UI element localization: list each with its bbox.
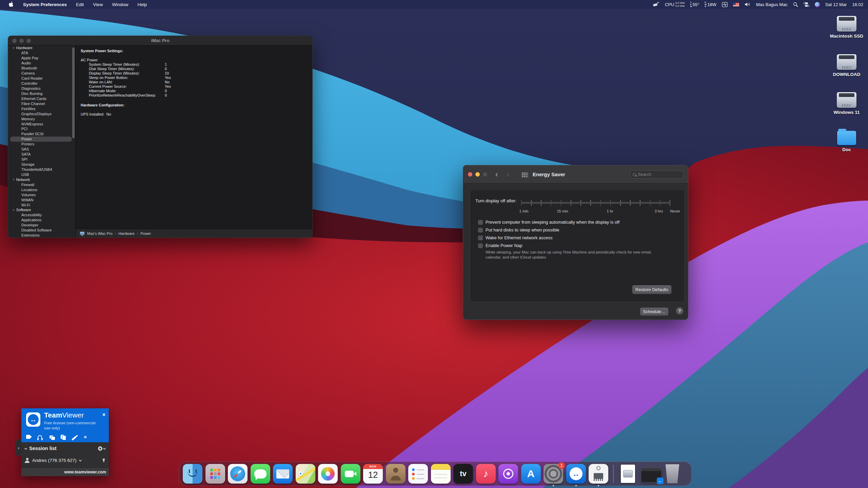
power-status[interactable]: PWR 18W: [705, 1, 716, 7]
sidebar-item-power-selected[interactable]: Power: [8, 137, 75, 142]
checkbox-hard-disk-sleep[interactable]: Put hard disks to sleep when possible: [478, 227, 559, 232]
breadcrumb-computer[interactable]: Mas's iMac Pro: [87, 231, 113, 236]
sidebar-item-thunderbolt-usb4[interactable]: Thunderbolt/USB4: [8, 167, 75, 172]
sidebar-item-apple-pay[interactable]: Apple Pay: [8, 56, 75, 61]
dock-mail-icon[interactable]: [273, 464, 293, 484]
spotlight-search-icon[interactable]: [793, 2, 798, 7]
close-button[interactable]: [12, 39, 17, 43]
device-name[interactable]: Mas Bagus Mac: [756, 2, 788, 7]
sidebar-item-wwan[interactable]: WWAN: [8, 197, 75, 202]
es-toolbar[interactable]: ‹ › Energy Saver: [463, 165, 688, 184]
session-list-header[interactable]: Session list: [25, 444, 105, 452]
dock-messages-icon[interactable]: [251, 464, 270, 484]
file-transfer-icon[interactable]: [61, 435, 64, 439]
sidebar-item-sas[interactable]: SAS: [8, 147, 75, 152]
sidebar-item-nvmexpress[interactable]: NVMExpress: [8, 121, 75, 126]
search-input[interactable]: [638, 172, 677, 177]
sidebar-item-wifi[interactable]: Wi-Fi: [8, 202, 75, 207]
minimize-button[interactable]: [475, 172, 480, 177]
sidebar-item-usb[interactable]: USB: [8, 172, 75, 177]
zoom-button[interactable]: [483, 172, 487, 177]
audio-call-icon[interactable]: [38, 435, 42, 439]
wireless-device-icon[interactable]: [653, 2, 659, 7]
back-button[interactable]: ‹: [495, 170, 498, 179]
teamviewer-website-link[interactable]: www.teamviewer.com: [64, 470, 106, 474]
breadcrumb-power[interactable]: Power: [140, 231, 151, 236]
sidebar-item-printers[interactable]: Printers: [8, 142, 75, 147]
sidebar-item-accessibility[interactable]: Accessibility: [8, 212, 75, 218]
session-user-row[interactable]: Andres (776 375 627): [25, 456, 105, 465]
activity-monitor-icon[interactable]: [722, 2, 728, 7]
dock-podcasts-icon[interactable]: [498, 464, 518, 484]
checkbox-power-nap[interactable]: Enable Power Nap: [478, 243, 522, 248]
sidebar-item-spi[interactable]: SPI: [8, 157, 75, 162]
sidebar-item-disc-burning[interactable]: Disc Burning: [8, 91, 75, 96]
sidebar-item-diagnostics[interactable]: Diagnostics: [8, 86, 75, 91]
input-language-flag-icon[interactable]: [733, 3, 739, 6]
display-off-slider[interactable]: [521, 202, 670, 204]
close-button[interactable]: [468, 172, 472, 177]
checkbox-icon[interactable]: [478, 220, 483, 225]
dock-maps-icon[interactable]: [296, 464, 315, 484]
whiteboard-icon[interactable]: [72, 436, 76, 441]
sidebar-section-hardware[interactable]: ∨Hardware: [8, 45, 75, 50]
dock-music-icon[interactable]: ♪: [476, 464, 496, 484]
dock-disk-image-document-icon[interactable]: [618, 464, 638, 484]
sidebar-item-camera[interactable]: Camera: [8, 71, 75, 76]
sidebar-item-applications[interactable]: Applications: [8, 218, 75, 223]
more-actions-icon[interactable]: »: [84, 435, 87, 439]
zoom-button[interactable]: [26, 39, 31, 43]
sidebar-item-disabled-software[interactable]: Disabled Software: [8, 228, 75, 233]
menu-view[interactable]: View: [93, 2, 103, 7]
dock-minimized-window-icon[interactable]: ↔: [641, 468, 662, 483]
desktop-icon-macintosh-ssd[interactable]: Macintosh SSD: [828, 16, 865, 39]
sidebar-item-card-reader[interactable]: Card Reader: [8, 76, 75, 81]
dock-launchpad-icon[interactable]: [205, 464, 225, 484]
sidebar-item-volumes[interactable]: Volumes: [8, 192, 75, 197]
apple-menu-icon[interactable]: [9, 1, 14, 8]
dock-trash-icon[interactable]: [665, 464, 680, 483]
dock-calendar-icon[interactable]: MAR 12: [363, 464, 383, 484]
schedule-button[interactable]: Schedule…: [640, 307, 669, 316]
menu-help[interactable]: Help: [137, 2, 147, 7]
checkbox-icon[interactable]: [478, 236, 483, 240]
cpu-status[interactable]: CPU 3.4 Ghz 3.0 Ghz: [665, 1, 685, 7]
sidebar-item-graphics-displays[interactable]: Graphics/Displays: [8, 111, 75, 116]
minimize-button[interactable]: [19, 39, 24, 43]
sidebar-section-network[interactable]: ∨Network: [8, 177, 75, 182]
dock-photos-icon[interactable]: [318, 464, 338, 484]
menu-window[interactable]: Window: [112, 2, 128, 7]
control-center-icon[interactable]: [804, 2, 809, 7]
dock-finder-icon[interactable]: [183, 464, 202, 484]
sidebar-item-extensions[interactable]: Extensions: [8, 233, 75, 238]
menu-edit[interactable]: Edit: [76, 2, 84, 7]
panel-collapse-tab[interactable]: ›: [16, 440, 22, 456]
sidebar-item-ethernet-cards[interactable]: Ethernet Cards: [8, 96, 75, 101]
checkbox-icon[interactable]: [478, 243, 483, 248]
dock-apple-tv-icon[interactable]: tv: [453, 464, 473, 484]
sidebar-item-audio[interactable]: Audio: [8, 61, 75, 66]
desktop-icon-doc-folder[interactable]: Doc: [828, 129, 865, 152]
dock-contacts-icon[interactable]: [386, 464, 406, 484]
sidebar-item-developer[interactable]: Developer: [8, 223, 75, 228]
siri-icon[interactable]: [815, 2, 820, 7]
sidebar-item-controller[interactable]: Controller: [8, 81, 75, 86]
video-call-icon[interactable]: [26, 435, 30, 439]
sidebar-item-firewire[interactable]: FireWire: [8, 106, 75, 111]
close-icon[interactable]: ×: [102, 412, 105, 418]
session-settings[interactable]: [98, 446, 105, 451]
volume-icon[interactable]: [745, 2, 751, 7]
sidebar-section-software[interactable]: ∨Software: [8, 207, 75, 212]
checkbox-prevent-sleep[interactable]: Prevent computer from sleeping automatic…: [478, 220, 619, 225]
checkbox-icon[interactable]: [478, 228, 483, 232]
dock-reminders-icon[interactable]: [408, 464, 428, 484]
menu-time[interactable]: 16.02: [852, 2, 863, 7]
sidebar-item-sata[interactable]: SATA: [8, 152, 75, 157]
dock-teamviewer-icon[interactable]: ↔: [566, 464, 586, 484]
desktop-icon-download[interactable]: DOWNLOAD: [828, 54, 865, 77]
sidebar-item-memory[interactable]: Memory: [8, 116, 75, 121]
sidebar-item-parallel-scsi[interactable]: Parallel SCSI: [8, 131, 75, 137]
sidebar-item-ata[interactable]: ATA: [8, 50, 75, 56]
desktop-icon-windows-11[interactable]: Windows 11: [828, 92, 865, 115]
dock-rom-utility-icon[interactable]: [589, 464, 608, 484]
